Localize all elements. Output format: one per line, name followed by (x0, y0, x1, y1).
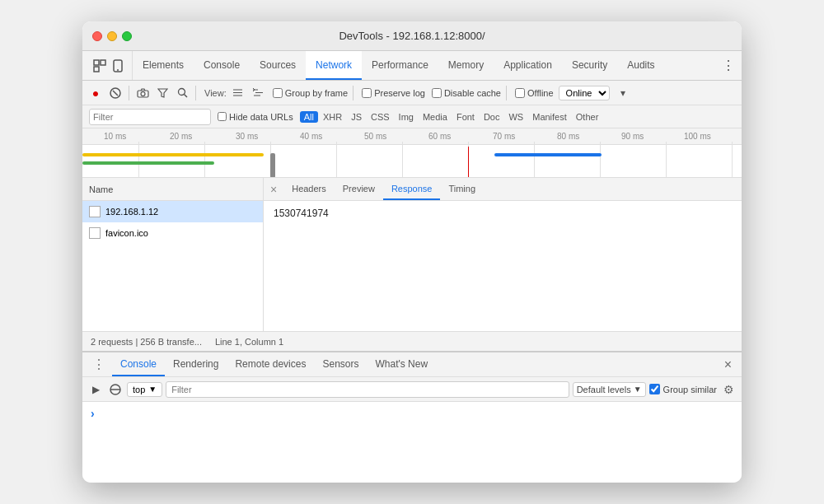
tab-elements[interactable]: Elements (133, 51, 194, 80)
offline-label: Offline (527, 88, 554, 98)
filter-type-all[interactable]: All (300, 111, 318, 123)
detail-tab-headers[interactable]: Headers (283, 178, 335, 200)
maximize-button[interactable] (122, 31, 132, 41)
group-by-frame-checkbox[interactable] (273, 88, 283, 98)
ruler-mark-10: 10 ms (104, 132, 126, 141)
timeline-ruler: 10 ms 20 ms 30 ms 40 ms 50 ms 60 ms 70 m… (82, 128, 742, 145)
detail-close-button[interactable]: × (264, 178, 283, 200)
console-more-icon[interactable]: ⋮ (86, 357, 112, 372)
console-tab-sensors[interactable]: Sensors (314, 352, 367, 376)
console-tab-console[interactable]: Console (112, 352, 165, 376)
close-button[interactable] (92, 31, 102, 41)
camera-icon[interactable] (134, 85, 151, 101)
detail-tab-preview[interactable]: Preview (335, 178, 383, 200)
console-toolbar: ▶ top ▼ Default levels ▼ Group similar ⚙ (82, 377, 742, 402)
console-settings-icon[interactable]: ⚙ (720, 381, 737, 398)
group-by-frame-label: Group by frame (285, 88, 348, 98)
response-text: 1530741974 (274, 208, 329, 219)
disable-cache-label: Disable cache (444, 88, 501, 98)
group-similar-checkbox[interactable] (649, 384, 660, 394)
file-item-0[interactable]: 192.168.1.12 (82, 201, 263, 222)
detail-tabs: × Headers Preview Response Timing (264, 178, 742, 201)
tab-performance[interactable]: Performance (362, 51, 438, 80)
network-throttle-select[interactable]: Online (559, 86, 610, 100)
console-run-icon[interactable]: ▶ (87, 381, 104, 398)
ruler-mark-20: 20 ms (170, 132, 192, 141)
console-close-button[interactable]: × (718, 357, 738, 372)
throttle-chevron[interactable]: ▾ (615, 85, 631, 101)
filter-type-manifest[interactable]: Manifest (528, 111, 571, 123)
console-block-icon[interactable] (107, 381, 124, 398)
filter-type-css[interactable]: CSS (367, 111, 394, 123)
tab-list: Elements Console Sources Network Perform… (133, 51, 715, 80)
svg-rect-0 (94, 60, 99, 65)
bottom-panel: ⋮ Console Rendering Remote devices Senso… (82, 351, 742, 483)
preserve-log-label: Preserve log (374, 88, 425, 98)
status-requests: 2 requests | 256 B transfe... (91, 337, 202, 347)
svg-point-4 (117, 69, 119, 71)
svg-line-6 (113, 91, 118, 96)
filter-bar: Hide data URLs All XHR JS CSS Img Media … (82, 105, 742, 128)
detail-tab-response[interactable]: Response (383, 178, 441, 200)
mobile-icon[interactable] (110, 58, 125, 73)
group-similar-group: Group similar (649, 384, 717, 394)
ruler-mark-60: 60 ms (428, 132, 451, 141)
hide-data-urls-checkbox[interactable] (218, 112, 227, 121)
disable-cache-checkbox[interactable] (432, 88, 442, 98)
view-waterfall-icon[interactable] (250, 85, 266, 101)
ruler-mark-40: 40 ms (300, 132, 322, 141)
tab-network[interactable]: Network (306, 51, 362, 80)
search-icon[interactable] (174, 85, 190, 101)
disable-cache-group: Disable cache (432, 88, 501, 98)
console-tab-whats-new[interactable]: What's New (367, 352, 436, 376)
timeline-bar-yellow (82, 153, 264, 156)
filter-icon[interactable] (154, 85, 171, 101)
console-tab-remote-devices[interactable]: Remote devices (227, 352, 314, 376)
tab-console[interactable]: Console (194, 51, 250, 80)
filter-type-doc[interactable]: Doc (480, 111, 504, 123)
tab-audits[interactable]: Audits (617, 51, 664, 80)
record-button[interactable]: ● (87, 85, 104, 101)
preserve-log-group: Preserve log (362, 88, 425, 98)
filter-type-media[interactable]: Media (419, 111, 452, 123)
log-level-select[interactable]: Default levels ▼ (573, 382, 646, 397)
console-content[interactable]: › (82, 402, 742, 483)
offline-group: Offline (515, 88, 554, 98)
svg-point-9 (178, 89, 185, 96)
devtools-icons (86, 51, 133, 80)
window-title: DevTools - 192.168.1.12:8000/ (339, 30, 485, 42)
console-tab-rendering[interactable]: Rendering (165, 352, 227, 376)
filter-type-font[interactable]: Font (452, 111, 479, 123)
clear-button[interactable] (107, 85, 124, 101)
tab-sources[interactable]: Sources (250, 51, 306, 80)
file-icon-1 (89, 227, 101, 239)
detail-tab-timing[interactable]: Timing (440, 178, 484, 200)
console-filter-input[interactable] (166, 381, 569, 398)
offline-checkbox[interactable] (515, 88, 525, 98)
view-list-icon[interactable] (230, 85, 246, 101)
group-by-frame-group: Group by frame (273, 88, 348, 98)
filter-type-img[interactable]: Img (395, 111, 418, 123)
filter-input[interactable] (89, 109, 211, 125)
hide-data-urls-label: Hide data URLs (229, 112, 293, 122)
ruler-mark-80: 80 ms (557, 132, 579, 141)
tab-application[interactable]: Application (494, 51, 562, 80)
console-prompt: › (91, 407, 95, 420)
preserve-log-checkbox[interactable] (362, 88, 372, 98)
more-tabs-button[interactable]: ⋮ (715, 51, 742, 80)
minimize-button[interactable] (107, 31, 117, 41)
timeline-bar-green (82, 161, 214, 165)
devtools-window: DevTools - 192.168.1.12:8000/ Elements (82, 21, 742, 483)
filter-type-js[interactable]: JS (347, 111, 366, 123)
filter-type-ws[interactable]: WS (504, 111, 527, 123)
file-list-header: Name (82, 178, 263, 201)
detail-panel: × Headers Preview Response Timing 153074… (264, 178, 742, 331)
tab-memory[interactable]: Memory (438, 51, 494, 80)
inspector-icon[interactable] (92, 58, 107, 73)
tab-security[interactable]: Security (562, 51, 617, 80)
hide-data-urls-group: Hide data URLs (218, 112, 293, 122)
file-item-1[interactable]: favicon.ico (82, 222, 263, 244)
context-selector[interactable]: top ▼ (127, 382, 162, 397)
filter-type-other[interactable]: Other (572, 111, 603, 123)
filter-type-xhr[interactable]: XHR (319, 111, 346, 123)
